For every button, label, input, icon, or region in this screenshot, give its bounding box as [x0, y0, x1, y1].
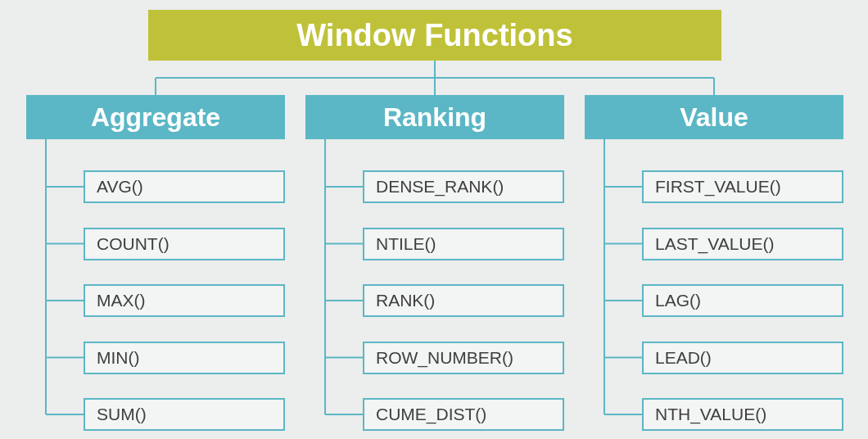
category-aggregate: Aggregate — [26, 95, 285, 139]
leaf-label: CUME_DIST() — [376, 405, 486, 424]
leaf-node: FIRST_VALUE() — [642, 170, 843, 203]
leaf-label: AVG() — [97, 177, 143, 197]
leaf-label: FIRST_VALUE() — [655, 177, 781, 197]
leaf-label: RANK() — [376, 291, 435, 310]
leaf-node: LAG() — [642, 284, 843, 317]
leaf-node: AVG() — [84, 170, 285, 203]
root-node: Window Functions — [148, 10, 721, 61]
leaf-label: LAG() — [655, 291, 701, 310]
leaf-label: MIN() — [97, 348, 139, 368]
leaf-node: NTH_VALUE() — [642, 398, 843, 431]
category-title: Ranking — [383, 102, 486, 133]
leaf-label: LAST_VALUE() — [655, 234, 775, 254]
root-title: Window Functions — [296, 18, 572, 53]
category-title: Aggregate — [91, 102, 220, 133]
leaf-label: NTILE() — [376, 234, 436, 254]
leaf-node: ROW_NUMBER() — [363, 342, 564, 374]
leaf-label: MAX() — [97, 291, 146, 310]
leaf-node: DENSE_RANK() — [363, 170, 564, 203]
leaf-node: LAST_VALUE() — [642, 228, 843, 260]
leaf-label: COUNT() — [97, 234, 170, 254]
leaf-label: ROW_NUMBER() — [376, 348, 513, 368]
leaf-node: MIN() — [84, 342, 285, 374]
category-title: Value — [680, 102, 748, 133]
leaf-label: DENSE_RANK() — [376, 177, 504, 197]
leaf-node: SUM() — [84, 398, 285, 431]
leaf-node: NTILE() — [363, 228, 564, 260]
leaf-label: NTH_VALUE() — [655, 405, 766, 424]
leaf-node: COUNT() — [84, 228, 285, 260]
leaf-node: MAX() — [84, 284, 285, 317]
leaf-node: RANK() — [363, 284, 564, 317]
leaf-node: LEAD() — [642, 342, 843, 374]
leaf-node: CUME_DIST() — [363, 398, 564, 431]
leaf-label: LEAD() — [655, 348, 712, 368]
category-value: Value — [585, 95, 843, 139]
category-ranking: Ranking — [305, 95, 564, 139]
leaf-label: SUM() — [97, 405, 147, 424]
